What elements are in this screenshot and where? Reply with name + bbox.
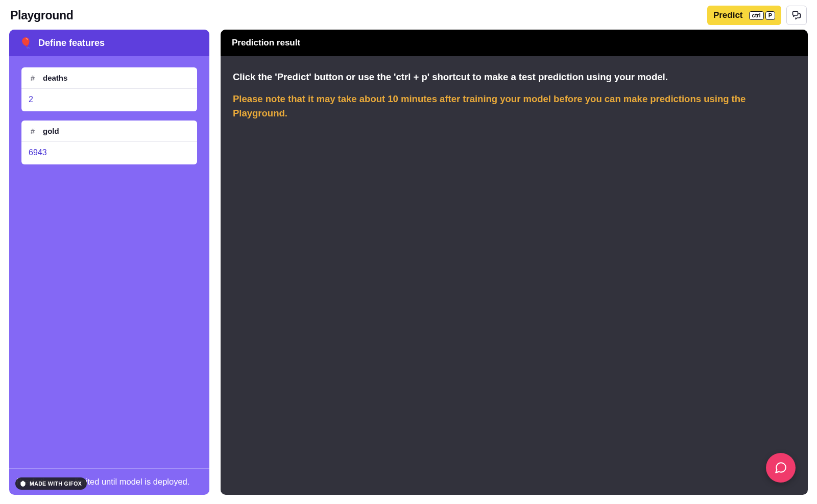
gifox-icon xyxy=(19,480,27,487)
define-features-panel: 🎈 Define features # deaths # gold xyxy=(9,30,209,495)
prediction-result-title: Prediction result xyxy=(221,30,808,56)
predict-button[interactable]: Predict ctrl P xyxy=(707,6,781,25)
feature-input-deaths[interactable] xyxy=(21,89,197,111)
feature-input-gold[interactable] xyxy=(21,142,197,164)
define-features-header: 🎈 Define features xyxy=(9,30,209,56)
help-fab-button[interactable] xyxy=(766,453,796,483)
predict-warning: Please note that it may take about 10 mi… xyxy=(233,92,754,121)
predict-instruction: Click the 'Predict' button or use the 'c… xyxy=(233,69,796,85)
number-type-icon: # xyxy=(29,127,37,135)
feature-card-head: # gold xyxy=(21,121,197,141)
chat-icon xyxy=(791,10,802,20)
chat-button[interactable] xyxy=(786,6,807,25)
body-grid: 🎈 Define features # deaths # gold xyxy=(9,30,808,495)
feature-name: gold xyxy=(43,127,59,135)
feature-name: deaths xyxy=(43,74,67,82)
prediction-result-body: Click the 'Predict' button or use the 'c… xyxy=(221,56,808,134)
feature-card-gold: # gold xyxy=(21,121,197,164)
predict-shortcut: ctrl P xyxy=(749,11,775,20)
gifox-badge: MADE WITH GIFOX xyxy=(15,477,87,490)
balloon-icon: 🎈 xyxy=(19,37,32,49)
header-actions: Predict ctrl P xyxy=(707,6,807,25)
kbd-p: P xyxy=(765,11,775,20)
define-features-title: Define features xyxy=(38,38,105,49)
prediction-result-panel: Prediction result Click the 'Predict' bu… xyxy=(221,30,808,495)
page-title: Playground xyxy=(10,9,74,22)
page-header: Playground Predict ctrl P xyxy=(9,0,808,28)
help-chat-icon xyxy=(774,461,787,474)
gifox-label: MADE WITH GIFOX xyxy=(30,481,82,487)
feature-card-head: # deaths xyxy=(21,67,197,88)
kbd-ctrl: ctrl xyxy=(749,11,764,20)
feature-card-deaths: # deaths xyxy=(21,67,197,111)
features-list: # deaths # gold xyxy=(9,56,209,468)
left-panel-footer: Predictions are limited until model is d… xyxy=(9,468,209,495)
number-type-icon: # xyxy=(29,74,37,82)
predict-button-label: Predict xyxy=(713,10,743,20)
